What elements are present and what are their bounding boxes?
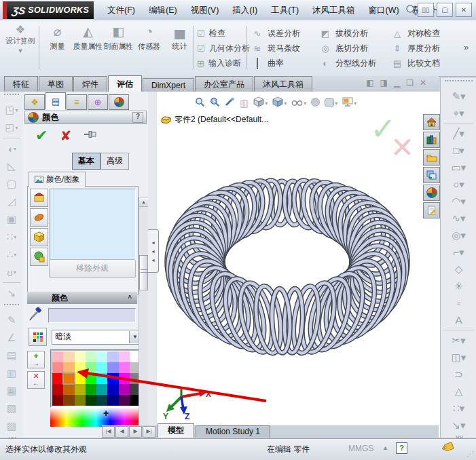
display-style-button[interactable]: ▾	[272, 96, 287, 110]
panel-collapse-tab[interactable]: ◂ ◂ ◂	[148, 229, 159, 273]
pushpin-button[interactable]	[84, 130, 97, 142]
add-color-button[interactable]: + →	[27, 351, 45, 368]
palette-swatch[interactable]	[86, 395, 96, 406]
linear-pattern-button[interactable]: ∷ ▾	[441, 400, 476, 417]
propertymanager-tab[interactable]: ▤	[45, 92, 66, 110]
color-set-dropdown[interactable]: 暗淡 ▼	[52, 330, 141, 345]
palette-swatch[interactable]	[63, 373, 74, 384]
palette-swatch[interactable]	[86, 351, 96, 362]
doc-minimize-icon[interactable]: ▁	[394, 78, 400, 88]
palette-swatch[interactable]	[107, 373, 118, 384]
arc-button[interactable]: ◠ ▾	[441, 193, 476, 210]
palette-swatch[interactable]	[52, 384, 63, 395]
palette-swatch[interactable]	[52, 373, 63, 384]
feature-tool-icon[interactable]: ▢	[0, 175, 23, 193]
ribbon-tool-1[interactable]: ◭质量属性	[73, 24, 103, 51]
tab-焊件[interactable]: 焊件	[73, 76, 107, 92]
tab-scroll-last-button[interactable]: ▶|	[143, 426, 155, 438]
toolbar-handle[interactable]	[445, 80, 473, 85]
feature-tool-icon[interactable]: ▥	[0, 364, 23, 382]
palette-swatch[interactable]	[86, 384, 96, 395]
palette-swatch[interactable]	[96, 384, 107, 395]
selection-box-button[interactable]: ▫	[441, 294, 476, 311]
palette-swatch[interactable]	[86, 373, 96, 384]
face-appearance-button[interactable]	[30, 189, 48, 207]
analysis-item-2-1[interactable]: ⇕厚度分析	[391, 41, 440, 56]
feature-tool-icon[interactable]: ▤	[0, 347, 23, 364]
file-explorer-tab[interactable]	[423, 149, 440, 166]
palette-swatch[interactable]	[75, 395, 86, 406]
feature-tool-icon[interactable]: ▦	[0, 382, 23, 400]
palette-swatch[interactable]	[119, 362, 130, 373]
tab-DimXpert[interactable]: DimXpert	[143, 78, 194, 92]
feature-tool-icon[interactable]: ◺	[0, 157, 23, 175]
section-view-button[interactable]: ▥	[240, 97, 249, 109]
scene-button[interactable]: ▾	[325, 97, 337, 109]
bottom-tab-模型[interactable]: 模型	[158, 423, 194, 438]
palette-swatch[interactable]	[52, 395, 63, 406]
pane-right-icon[interactable]: ◨	[380, 78, 388, 88]
palette-swatch[interactable]	[52, 362, 63, 373]
palette-swatch[interactable]	[119, 373, 130, 384]
maximize-icon[interactable]: ▢	[437, 3, 453, 17]
menu-item-5[interactable]: 沐风工具箱	[306, 2, 362, 19]
home-tab[interactable]	[423, 114, 440, 130]
sketch-button[interactable]: ✎ ▾	[441, 88, 476, 104]
feature-tool-icon[interactable]: ∴▾	[0, 246, 23, 263]
ribbon-tool-2[interactable]: ◧剖面属性	[103, 24, 134, 51]
gradient-color-picker[interactable]: +	[50, 408, 139, 427]
analysis-item-0-1[interactable]: ≋斑马条纹	[251, 41, 300, 56]
tag-icon[interactable]	[441, 442, 454, 455]
tab-scroll-first-button[interactable]: |◀	[102, 426, 115, 438]
feature-tree-root[interactable]: 零件2 (Default<<Default...	[161, 114, 268, 126]
pane-left-icon[interactable]: ◧	[366, 78, 373, 88]
palette-swatch[interactable]	[63, 384, 74, 395]
remove-appearance-button[interactable]: 移除外观	[49, 259, 136, 278]
tab-办公室产品[interactable]: 办公室产品	[195, 76, 253, 92]
palette-swatch[interactable]	[75, 384, 86, 395]
units-label[interactable]: MMGS	[348, 444, 373, 453]
tab-评估[interactable]: 评估	[108, 75, 142, 92]
zoom-area-button[interactable]	[210, 97, 220, 110]
palette-swatch[interactable]	[96, 395, 107, 406]
menu-item-2[interactable]: 视图(V)	[184, 2, 226, 19]
edit-appearance-button[interactable]	[311, 97, 320, 109]
ribbon-check-2[interactable]: ⊞输入诊断	[197, 56, 250, 71]
analysis-item-1-1[interactable]: ◎底切分析	[319, 41, 376, 56]
feature-tool-icon[interactable]: ʊ▾	[0, 263, 23, 281]
analysis-item-2-0[interactable]: △对称检查	[391, 26, 440, 41]
menu-item-3[interactable]: 插入(I)	[225, 2, 264, 19]
spline-button[interactable]: ∿ ▾	[441, 210, 476, 227]
palette-swatch[interactable]	[107, 384, 118, 395]
ribbon-overflow-button[interactable]: »	[464, 42, 469, 52]
tab-scroll-next-button[interactable]: ▶	[129, 426, 142, 438]
palette-swatch[interactable]	[107, 351, 118, 362]
line-button[interactable]: ╱ ▾	[441, 125, 476, 142]
ribbon-tool-4[interactable]: ▅统计	[164, 24, 195, 51]
toolbar-handle[interactable]	[4, 304, 19, 309]
menu-item-1[interactable]: 编辑(E)	[142, 2, 184, 19]
palette-swatch[interactable]	[119, 351, 130, 362]
close-icon[interactable]: ✕	[456, 3, 472, 17]
tab-scroll-prev-button[interactable]: ◀	[115, 426, 128, 438]
palette-swatch[interactable]	[96, 362, 107, 373]
view-settings-button[interactable]: ▾	[342, 97, 356, 110]
design-study-button[interactable]: ❖ 设计算例 ▼	[4, 23, 37, 72]
analysis-item-1-0[interactable]: ◩拔模分析	[319, 26, 376, 41]
resize-grip[interactable]: ⋰	[466, 450, 474, 459]
move-entities-button[interactable]: ↘ ▾	[441, 417, 476, 434]
custom-properties-tab[interactable]	[423, 202, 440, 218]
doc-restore-icon[interactable]: ❏	[406, 78, 414, 88]
feature-tool-icon[interactable]: ✎	[0, 311, 23, 329]
previous-view-button[interactable]	[225, 97, 235, 110]
ellipse-button[interactable]: ◎ ▾	[441, 227, 476, 244]
units-chevron-icon[interactable]: ▲	[382, 444, 388, 451]
design-library-tab[interactable]	[423, 132, 440, 148]
quick-tips-button[interactable]: ?	[396, 442, 407, 454]
tab-特征[interactable]: 特征	[4, 76, 38, 92]
analysis-item-2-2[interactable]: ▤比较文档	[391, 56, 440, 71]
trim-entities-button[interactable]: ✂ ▾	[441, 332, 476, 349]
view-orientation-button[interactable]: ▾	[253, 96, 268, 110]
palette-swatch[interactable]	[63, 351, 74, 362]
ribbon-tool-3[interactable]: ◔传感器	[134, 24, 164, 51]
